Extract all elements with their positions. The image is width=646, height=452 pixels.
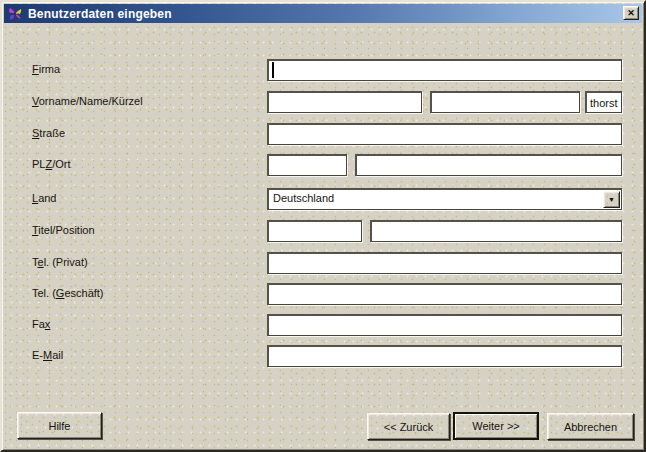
text-caret	[272, 62, 274, 78]
label-email: E-Mail	[32, 349, 63, 361]
label-tel-privat: Tel. (Privat)	[32, 256, 88, 268]
user-data-dialog: Benutzerdaten eingeben ✕ Firma Vorname/N…	[0, 0, 646, 452]
close-icon: ✕	[627, 8, 635, 18]
land-dropdown-button[interactable]: ▼	[603, 191, 620, 208]
land-selected-value: Deutschland	[273, 192, 334, 204]
ort-input[interactable]	[355, 154, 622, 176]
help-button[interactable]: Hilfe	[17, 412, 102, 439]
next-button[interactable]: Weiter >>	[453, 412, 539, 440]
kuerzel-input[interactable]	[585, 91, 622, 113]
tel-geschaeft-input[interactable]	[267, 283, 622, 305]
position-input[interactable]	[370, 220, 622, 242]
label-plz-ort: PLZ/Ort	[32, 158, 71, 170]
back-button[interactable]: << Zurück	[367, 413, 450, 440]
label-titel-position: Titel/Position	[32, 224, 95, 236]
tel-privat-input[interactable]	[267, 252, 622, 274]
land-combobox[interactable]: Deutschland ▼	[267, 188, 622, 210]
email-input[interactable]	[267, 345, 622, 367]
label-tel-geschaeft: Tel. (Geschäft)	[32, 287, 104, 299]
firma-input[interactable]	[267, 59, 622, 81]
vorname-input[interactable]	[267, 91, 422, 113]
close-button[interactable]: ✕	[623, 6, 639, 20]
label-fax: Fax	[32, 318, 50, 330]
app-butterfly-icon	[8, 7, 23, 21]
label-land: Land	[32, 192, 56, 204]
titel-input[interactable]	[267, 220, 362, 242]
label-strasse: Straße	[32, 127, 65, 139]
cancel-button[interactable]: Abbrechen	[547, 413, 634, 440]
label-firma: Firma	[32, 63, 60, 75]
title-bar[interactable]: Benutzerdaten eingeben ✕	[4, 4, 642, 23]
chevron-down-icon: ▼	[608, 196, 615, 203]
strasse-input[interactable]	[267, 123, 622, 145]
plz-input[interactable]	[267, 154, 347, 176]
fax-input[interactable]	[267, 314, 622, 336]
label-vorname-name-kuerzel: Vorname/Name/Kürzel	[32, 95, 143, 107]
window-title: Benutzerdaten eingeben	[28, 7, 172, 21]
name-input[interactable]	[430, 91, 580, 113]
